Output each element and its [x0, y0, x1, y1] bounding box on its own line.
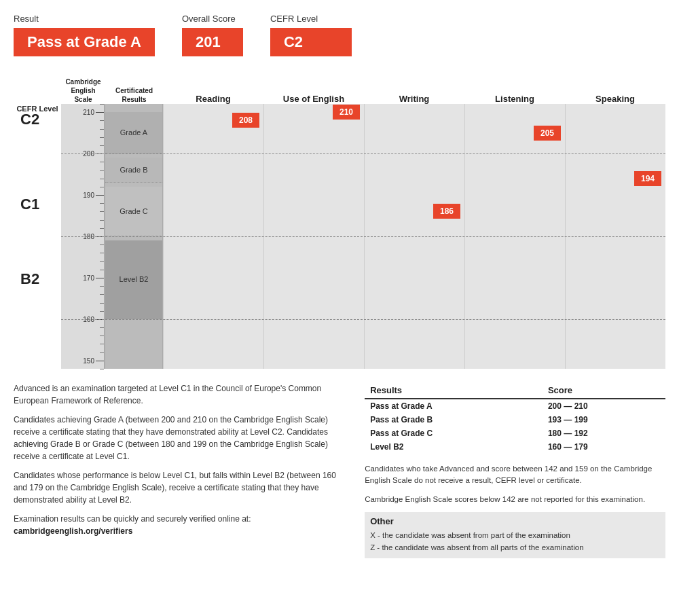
- note1: Candidates who take Advanced and score b…: [365, 463, 665, 487]
- cert-grade-block: Grade C: [105, 187, 162, 236]
- para1: Advanced is an examination targeted at L…: [14, 382, 344, 407]
- overall-group: Overall Score 201: [182, 14, 243, 56]
- bottom-left-text: Advanced is an examination targeted at L…: [14, 382, 344, 562]
- cefr-b2-label: B2: [20, 270, 39, 288]
- other-section: Other X - the candidate was absent from …: [365, 512, 665, 558]
- result-cell: Level B2: [365, 440, 543, 454]
- use-of-english-column: 210: [263, 104, 364, 369]
- other-item-x: X - the candidate was absent from part o…: [370, 529, 660, 541]
- listening-column: 205: [464, 104, 565, 369]
- cefr-value: C2: [270, 28, 352, 56]
- bottom-right: Results Score Pass at Grade A200 — 210Pa…: [365, 382, 665, 562]
- chart-right: CambridgeEnglishScale CertificatedResult…: [61, 77, 665, 369]
- ruler-tick-label: 170: [83, 274, 94, 281]
- chart-wrapper: CEFR Level C2 C1 B2 CambridgeEnglishScal…: [14, 77, 665, 369]
- cambridge-scale-header: CambridgeEnglishScale: [61, 77, 105, 104]
- ruler-column: 150160170180190200210: [61, 104, 105, 369]
- score-cell: 160 — 179: [543, 440, 665, 454]
- use-of-english-header: Use of English: [263, 94, 364, 104]
- ruler-tick-label: 200: [83, 150, 94, 158]
- cefr-c2-label: C2: [20, 111, 39, 128]
- ruler-tick-label: 150: [83, 357, 94, 364]
- result-value: Pass at Grade A: [14, 28, 155, 56]
- cert-results-header: CertificatedResults: [105, 86, 163, 104]
- result-cell: Pass at Grade B: [365, 413, 543, 427]
- table-row: Pass at Grade B193 — 199: [365, 413, 665, 427]
- reading-column: 208: [163, 104, 263, 369]
- ruler-tick-label: 160: [83, 315, 94, 323]
- overall-label: Overall Score: [182, 14, 243, 24]
- reading-header: Reading: [163, 94, 263, 104]
- writing-column: 186: [364, 104, 464, 369]
- ruler-header-spacer: CambridgeEnglishScale: [61, 77, 105, 104]
- cert-column: Grade AGrade BGrade CLevel B2: [105, 104, 163, 369]
- listening-header: Listening: [464, 94, 565, 104]
- cert-header-spacer: CertificatedResults: [105, 86, 163, 104]
- cefr-axis: CEFR Level C2 C1 B2: [14, 77, 61, 369]
- speaking-column: 194: [565, 104, 665, 369]
- results-table: Results Score Pass at Grade A200 — 210Pa…: [365, 382, 665, 454]
- other-item-z: Z - the candidate was absent from all pa…: [370, 541, 660, 554]
- verifiers-link[interactable]: cambridgeenglish.org/verifiers: [14, 526, 132, 536]
- speaking-header: Speaking: [565, 94, 665, 104]
- score-bar: 205: [534, 126, 561, 141]
- score-bar: 186: [433, 204, 460, 219]
- score-bar: 194: [634, 171, 661, 186]
- table-row: Level B2160 — 179: [365, 440, 665, 454]
- note2: Cambridge English Scale scores below 142…: [365, 494, 665, 505]
- score-cell: 193 — 199: [543, 413, 665, 427]
- cefr-c1-label: C1: [20, 196, 39, 213]
- chart-body: 150160170180190200210 Grade AGrade BGrad…: [61, 104, 665, 369]
- cert-grade-block: Level B2: [105, 240, 162, 319]
- ruler-tick-label: 210: [83, 109, 94, 116]
- para4: Examination results can be quickly and s…: [14, 513, 344, 537]
- cefr-group: CEFR Level C2: [270, 14, 352, 56]
- result-label: Result: [14, 14, 155, 24]
- result-cell: Pass at Grade C: [365, 427, 543, 440]
- para3: Candidates whose performance is below Le…: [14, 469, 344, 506]
- column-headers: CambridgeEnglishScale CertificatedResult…: [61, 77, 665, 104]
- table-row: Pass at Grade A200 — 210: [365, 399, 665, 413]
- score-cell: 180 — 192: [543, 427, 665, 440]
- table-row: Pass at Grade C180 — 192: [365, 427, 665, 440]
- result-cell: Pass at Grade A: [365, 399, 543, 413]
- ruler-tick-label: 190: [83, 192, 94, 199]
- cert-grade-block: Grade A: [105, 112, 162, 153]
- header-section: Result Pass at Grade A Overall Score 201…: [14, 14, 665, 56]
- other-title: Other: [370, 516, 660, 526]
- score-cell: 200 — 210: [543, 399, 665, 413]
- bottom-section: Advanced is an examination targeted at L…: [14, 382, 665, 562]
- result-group: Result Pass at Grade A: [14, 14, 155, 56]
- para2: Candidates achieving Grade A (between 20…: [14, 414, 344, 463]
- results-col-header: Results: [365, 382, 543, 399]
- score-bar: 210: [333, 105, 360, 120]
- score-bar: 208: [232, 113, 259, 128]
- score-col-header: Score: [543, 382, 665, 399]
- cert-grade-block: Grade B: [105, 158, 162, 183]
- writing-header: Writing: [364, 94, 464, 104]
- overall-value: 201: [182, 28, 243, 56]
- ruler-tick-label: 180: [83, 233, 94, 240]
- cefr-label: CEFR Level: [270, 14, 352, 24]
